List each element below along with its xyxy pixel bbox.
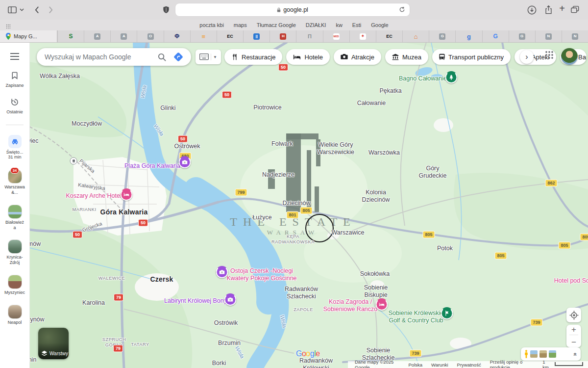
browser-tab-o[interactable]: O <box>137 30 163 42</box>
road-badge-805: 805 <box>300 207 312 214</box>
zoom-in-button[interactable]: + <box>571 325 576 335</box>
reload-icon[interactable] <box>399 6 405 15</box>
menu-icon[interactable] <box>10 53 19 62</box>
browser-tab-ec1[interactable]: EC <box>217 30 243 42</box>
map-label: Wólka Załęska <box>40 73 80 80</box>
poi-label[interactable]: Hotel pod Sos <box>554 277 588 285</box>
search-icon[interactable] <box>157 53 167 62</box>
sidebar-item-zapisane[interactable]: Zapisane <box>0 72 29 88</box>
sidebar-item-label: Święto... 31 min <box>6 150 24 160</box>
input-tools-button[interactable]: ▼ <box>196 50 221 64</box>
browser-tab-s[interactable]: S <box>57 30 84 42</box>
browser-tab-trello[interactable]: || <box>243 30 270 42</box>
attribution-link[interactable]: Warunki <box>431 362 448 368</box>
attribution-link[interactable]: Prześlij opinię o produkcie <box>490 359 534 368</box>
bookmark-item[interactable]: Tłumacz Google <box>257 22 296 28</box>
layers-button[interactable]: Warstwy <box>38 328 69 359</box>
bookmark-item[interactable]: DZIAŁKI <box>306 22 326 28</box>
browser-tab-h[interactable]: H <box>270 30 296 42</box>
browser-tab-n1[interactable]: N <box>535 30 562 42</box>
map-label: ynów <box>30 316 44 323</box>
browser-tab-a1[interactable]: A <box>84 30 110 42</box>
browser-tab-power[interactable]: Φ <box>164 30 190 42</box>
poi-label[interactable]: Ostoja Czersk -Noclegi Kwatery Pokoje Go… <box>226 267 296 282</box>
browser-tab-g-color[interactable]: G <box>482 30 509 42</box>
active-tab[interactable]: Mapy G... <box>0 30 57 42</box>
user-avatar[interactable] <box>561 48 578 65</box>
map-marker-flag[interactable] <box>441 307 453 319</box>
browser-tab-eagle[interactable]: ✦ <box>349 30 376 42</box>
category-chip-atrakcje[interactable]: Atrakcje <box>334 49 381 65</box>
map-marker-camera[interactable] <box>179 156 191 168</box>
bookmark-item[interactable]: Google <box>371 22 388 28</box>
more-categories-button[interactable]: › <box>520 50 534 64</box>
map-marker-bed[interactable] <box>376 298 388 311</box>
browser-tab-g1[interactable]: G <box>429 30 455 42</box>
sidebar-item-label: Neapol <box>8 320 22 325</box>
sidebar-item-białowież[interactable]: Białowież a <box>0 205 29 231</box>
browser-tab-med[interactable]: MED <box>323 30 349 42</box>
share-button[interactable] <box>543 5 554 15</box>
map-marker-station[interactable] <box>70 158 77 165</box>
browser-tab-burger[interactable]: ≡ <box>190 30 217 42</box>
pegman-icon[interactable] <box>524 350 528 359</box>
poi-label[interactable]: Labirynt Królowej Bony <box>164 297 227 305</box>
sidebar-toggle-icon[interactable] <box>7 5 18 15</box>
street-view-thumbnail[interactable] <box>530 350 538 358</box>
browser-tab-a2[interactable]: A <box>110 30 137 42</box>
map-canvas[interactable]: THE ESTATE WARSAW Wólka ZałęskaMoczydłów… <box>29 42 588 368</box>
shield-icon[interactable] <box>161 5 172 15</box>
attribution-link[interactable]: Polska <box>409 362 423 368</box>
sidebar-item-warszawa[interactable]: 34Warszawa &... <box>0 170 29 195</box>
poi-label[interactable]: Kozia Zagroda / Sobieniowe Ranczo <box>323 298 378 313</box>
google-apps-grid-icon[interactable] <box>545 51 554 61</box>
map-data-copyright: Dane mapy ©2025 Google <box>355 359 400 368</box>
my-location-button[interactable] <box>566 308 581 322</box>
zoom-out-button[interactable]: − <box>571 338 576 347</box>
tab-overview-button[interactable] <box>569 5 580 15</box>
street-view-thumbnail[interactable] <box>549 350 556 358</box>
back-button[interactable] <box>31 5 42 15</box>
poi-label[interactable]: Sobienie Królewskie Golf & Country Club <box>389 310 444 324</box>
sidebar-item-święto-[interactable]: Święto... 31 min <box>0 135 29 160</box>
poi-label[interactable]: Koszary Arche Hotel <box>66 192 121 200</box>
street-view-thumbnail[interactable] <box>539 350 547 358</box>
directions-icon[interactable] <box>172 51 184 63</box>
category-chip-restauracje[interactable]: Restauracje <box>224 49 282 65</box>
poi-label[interactable]: Plaża Góra Kalwaria <box>124 162 180 170</box>
forward-button[interactable] <box>45 5 56 15</box>
sidebar-item-neapol[interactable]: Neapol <box>0 305 29 325</box>
bookmarks-grid-icon[interactable] <box>6 22 11 31</box>
downloads-button[interactable] <box>526 5 537 15</box>
browser-tab-g-blue[interactable]: g <box>455 30 482 42</box>
map-marker-bed[interactable] <box>121 188 133 201</box>
browser-tab-g2[interactable]: G <box>509 30 535 42</box>
map-marker-camera[interactable] <box>224 293 237 306</box>
street-view-pill[interactable]: « <box>521 347 581 361</box>
sidebar-item-krynica-[interactable]: Krynica- Zdrój <box>0 240 29 265</box>
search-input[interactable] <box>44 53 157 61</box>
collapse-chevrons-icon[interactable]: « <box>572 352 579 356</box>
browser-tab-house[interactable]: ⌂ <box>402 30 429 42</box>
category-chip-muzea[interactable]: Muzea <box>385 49 428 65</box>
new-tab-button[interactable]: + <box>557 3 567 14</box>
bookmark-item[interactable]: Esti <box>352 22 361 28</box>
input-tools-caret-icon[interactable]: ▼ <box>211 53 217 60</box>
poi-label[interactable]: Bagno Całowanie <box>399 75 447 82</box>
bookmark-item[interactable]: maps <box>234 22 247 28</box>
browser-tab-bank[interactable]: Π <box>296 30 322 42</box>
address-bar[interactable]: google.pl <box>175 3 410 16</box>
sidebar-item-myszyniec[interactable]: Myszyniec <box>0 275 29 295</box>
chevron-down-icon[interactable] <box>19 5 24 15</box>
bookmark-item[interactable]: kw <box>336 22 342 28</box>
sidebar-item-ostatnie[interactable]: Ostatnie <box>0 98 29 115</box>
category-chip-transport-publiczny[interactable]: Transport publiczny <box>432 49 511 65</box>
map-marker-camera[interactable] <box>216 266 228 278</box>
attribution-link[interactable]: Prywatność <box>457 362 481 368</box>
map-marker-tree[interactable] <box>445 71 458 83</box>
search-bar[interactable] <box>37 48 191 66</box>
bookmark-item[interactable]: poczta kbi <box>199 22 224 28</box>
category-chip-hotele[interactable]: Hotele <box>286 49 330 65</box>
browser-tab-ec2[interactable]: EC <box>376 30 402 42</box>
browser-tab-n2[interactable]: N <box>562 30 588 42</box>
